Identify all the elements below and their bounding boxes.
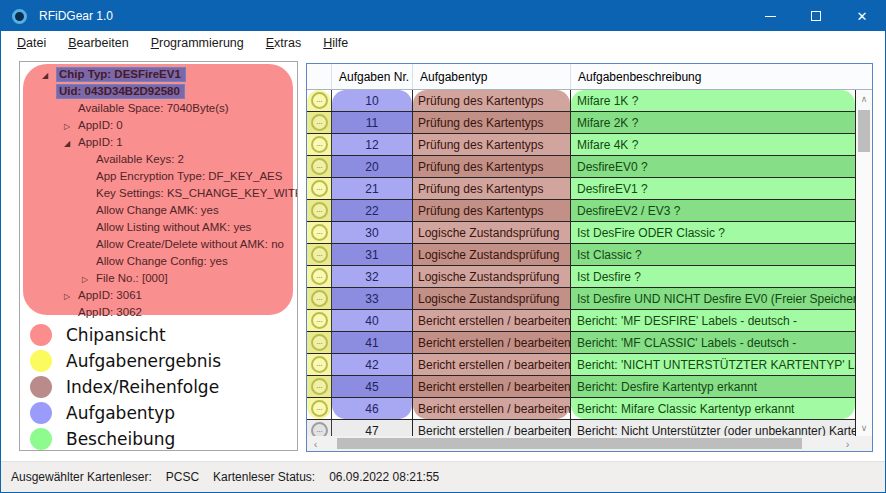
table-row[interactable]: ···30Logische ZustandsprüfungIst DesFire…	[307, 222, 856, 244]
tree-item-allow-change-config[interactable]: Allow Change Config: yes	[20, 253, 297, 270]
tree-item-chip-root-uid[interactable]: Uid: 043D34B2D92580	[20, 83, 297, 100]
menu-hilfe[interactable]: Hilfe	[317, 34, 354, 52]
table-row[interactable]: ···33Logische ZustandsprüfungIst Desfire…	[307, 288, 856, 310]
tree-item-appid-3062[interactable]: AppID: 3062	[20, 304, 297, 321]
table-row[interactable]: ···22Prüfung des KartentypsDesfireEV2 / …	[307, 200, 856, 222]
tree-item-chip-root[interactable]: ◢Chip Typ: DESFireEV1	[20, 66, 297, 83]
tree-item-app-encryption-type[interactable]: App Encryption Type: DF_KEY_AES	[20, 168, 297, 185]
table-row[interactable]: ···41Bericht erstellen / bearbeitenBeric…	[307, 332, 856, 354]
scrollbar-corner	[856, 436, 872, 451]
header-aufgabenbeschreibung[interactable]: Aufgabenbeschreibung	[571, 64, 872, 89]
legend-item-aufgabentyp: Aufgabentyp	[30, 400, 290, 426]
ellipsis-icon[interactable]: ···	[311, 268, 328, 285]
close-button[interactable]: ✕	[839, 1, 885, 31]
tree-item-allow-change-amk[interactable]: Allow Change AMK: yes	[20, 202, 297, 219]
table-row[interactable]: ···12Prüfung des KartentypsMifare 4K ?	[307, 134, 856, 156]
ellipsis-icon[interactable]: ···	[311, 202, 328, 219]
expander-expanded-icon[interactable]: ◢	[42, 68, 56, 83]
tree-item-appid-0[interactable]: ▷AppID: 0	[20, 117, 297, 134]
legend-color-chipansicht	[30, 324, 52, 346]
table-row[interactable]: ···46Bericht erstellen / bearbeitenBeric…	[307, 398, 856, 420]
table-row[interactable]: ···20Prüfung des KartentypsDesfireEV0 ?	[307, 156, 856, 178]
ellipsis-icon[interactable]: ···	[311, 312, 328, 329]
ellipsis-icon[interactable]: ···	[311, 92, 328, 109]
tree-item-available-keys[interactable]: Available Keys: 2	[20, 151, 297, 168]
table-row[interactable]: ···31Logische ZustandsprüfungIst Classic…	[307, 244, 856, 266]
reader-label: Ausgewählter Kartenleser:	[11, 470, 152, 484]
expander-collapsed-icon[interactable]: ▷	[64, 288, 78, 304]
legend-item-bescheibung: Bescheibung	[30, 426, 290, 452]
table-row[interactable]: ···21Prüfung des KartentypsDesfireEV1 ?	[307, 178, 856, 200]
tree-item-appid-3061[interactable]: ▷AppID: 3061	[20, 287, 297, 304]
ellipsis-icon[interactable]: ···	[311, 114, 328, 131]
table-row[interactable]: ···45Bericht erstellen / bearbeitenBeric…	[307, 376, 856, 398]
table-row[interactable]: ···32Logische ZustandsprüfungIst Desfire…	[307, 266, 856, 288]
scroll-up-icon[interactable]: ∧	[856, 90, 872, 107]
app-window: RFiDGear 1.0 ✕ Datei Bearbeiten Programm…	[0, 0, 886, 493]
legend-color-index-reihenfolge	[30, 376, 52, 398]
tree-item-file-no[interactable]: ▷File No.: [000]	[20, 270, 297, 287]
ellipsis-icon[interactable]: ···	[311, 334, 328, 351]
window-title: RFiDGear 1.0	[39, 9, 113, 23]
ellipsis-icon[interactable]: ···	[311, 136, 328, 153]
scroll-down-icon[interactable]: ∨	[856, 419, 872, 436]
minimize-icon	[765, 16, 776, 17]
tree-item-appid-1[interactable]: ◢AppID: 1	[20, 134, 297, 151]
maximize-icon	[811, 11, 821, 21]
ellipsis-icon[interactable]: ···	[311, 356, 328, 373]
expander-expanded-icon[interactable]: ◢	[64, 135, 78, 151]
tree-item-key-settings[interactable]: Key Settings: KS_CHANGE_KEY_WITH_MK	[20, 185, 297, 202]
expander-collapsed-icon[interactable]: ▷	[64, 118, 78, 134]
ellipsis-icon[interactable]: ···	[311, 422, 328, 436]
table-row[interactable]: ···47Bericht erstellen / bearbeitenBeric…	[307, 420, 856, 436]
reader-value: PCSC	[166, 470, 199, 484]
menu-extras[interactable]: Extras	[260, 34, 307, 52]
close-icon: ✕	[857, 9, 868, 24]
legend-color-aufgabenergebnis	[30, 350, 52, 372]
legend-item-index-reihenfolge: Index/Reihenfolge	[30, 374, 290, 400]
legend-color-bescheibung	[30, 428, 52, 450]
ellipsis-icon[interactable]: ···	[311, 224, 328, 241]
app-icon	[12, 9, 27, 24]
vertical-scrollbar-thumb[interactable]	[858, 110, 870, 152]
table-row[interactable]: ···11Prüfung des KartentypsMifare 2K ?	[307, 112, 856, 134]
ellipsis-icon[interactable]: ···	[311, 378, 328, 395]
chip-tree-panel: ◢Chip Typ: DESFireEV1 Uid: 043D34B2D9258…	[19, 61, 298, 451]
header-aufgabentyp[interactable]: Aufgabentyp	[413, 64, 571, 89]
legend-item-chipansicht: Chipansicht	[30, 322, 290, 348]
horizontal-scrollbar[interactable]: ‹ ›	[307, 436, 856, 451]
table-row[interactable]: ···40Bericht erstellen / bearbeitenBeric…	[307, 310, 856, 332]
ellipsis-icon[interactable]: ···	[311, 158, 328, 175]
reader-status-value: 06.09.2022 08:21:55	[329, 470, 439, 484]
ellipsis-icon[interactable]: ···	[311, 290, 328, 307]
table-row[interactable]: ···42Bericht erstellen / bearbeitenBeric…	[307, 354, 856, 376]
menu-bar: Datei Bearbeiten Programmierung Extras H…	[1, 31, 885, 54]
scroll-right-icon[interactable]: ›	[839, 436, 856, 451]
header-aufgaben-nr[interactable]: Aufgaben Nr.	[332, 64, 413, 89]
ellipsis-icon[interactable]: ···	[311, 180, 328, 197]
tree-item-allow-create-delete[interactable]: Allow Create/Delete without AMK: no	[20, 236, 297, 253]
vertical-scrollbar[interactable]: ∧ ∨	[856, 90, 872, 436]
ellipsis-icon[interactable]: ···	[311, 400, 328, 417]
legend-color-aufgabentyp	[30, 402, 52, 424]
expander-collapsed-icon[interactable]: ▷	[82, 271, 96, 287]
minimize-button[interactable]	[747, 1, 793, 31]
table-body: ···10Prüfung des KartentypsMifare 1K ? ·…	[307, 90, 856, 436]
menu-bearbeiten[interactable]: Bearbeiten	[62, 34, 134, 52]
header-rowselector[interactable]	[307, 64, 332, 89]
reader-status-label: Kartenleser Status:	[213, 470, 315, 484]
table-row[interactable]: ···10Prüfung des KartentypsMifare 1K ?	[307, 90, 856, 112]
table-header: Aufgaben Nr. Aufgabentyp Aufgabenbeschre…	[307, 64, 872, 90]
legend-item-aufgabenergebnis: Aufgabenergebnis	[30, 348, 290, 374]
maximize-button[interactable]	[793, 1, 839, 31]
status-bar: Ausgewählter Kartenleser: PCSC Kartenles…	[1, 461, 885, 492]
chip-treeview: ◢Chip Typ: DESFireEV1 Uid: 043D34B2D9258…	[20, 66, 297, 321]
scroll-left-icon[interactable]: ‹	[307, 436, 324, 451]
tree-item-available-space[interactable]: Available Space: 7040Byte(s)	[20, 100, 297, 117]
horizontal-scrollbar-thumb[interactable]	[337, 438, 802, 449]
ellipsis-icon[interactable]: ···	[311, 246, 328, 263]
menu-programmierung[interactable]: Programmierung	[145, 34, 250, 52]
annotation-legend: Chipansicht Aufgabenergebnis Index/Reihe…	[30, 322, 290, 452]
menu-datei[interactable]: Datei	[11, 34, 52, 52]
tree-item-allow-listing[interactable]: Allow Listing without AMK: yes	[20, 219, 297, 236]
